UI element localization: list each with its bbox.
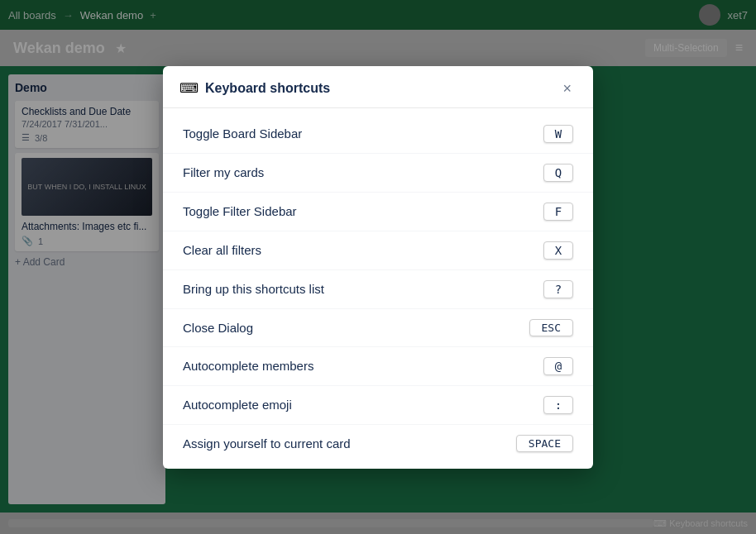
shortcut-row: Toggle Board SidebarW xyxy=(163,115,593,154)
shortcut-row: Autocomplete members@ xyxy=(163,347,593,386)
shortcut-row: Filter my cardsQ xyxy=(163,154,593,193)
shortcut-key: F xyxy=(543,203,573,221)
shortcut-row: Toggle Filter SidebarF xyxy=(163,193,593,231)
shortcut-key: X xyxy=(543,241,573,260)
shortcut-row: Assign yourself to current cardSPACE xyxy=(163,425,593,462)
shortcut-key: SPACE xyxy=(516,435,573,452)
shortcut-key: ESC xyxy=(529,319,573,336)
shortcut-label: Autocomplete emoji xyxy=(183,398,292,412)
shortcut-key: Q xyxy=(543,164,573,182)
shortcut-label: Bring up this shortcuts list xyxy=(183,282,324,296)
modal-overlay[interactable]: ⌨ Keyboard shortcuts × Toggle Board Side… xyxy=(0,0,756,534)
shortcut-key: W xyxy=(543,125,573,143)
shortcut-row: Autocomplete emoji: xyxy=(163,386,593,425)
modal-close-button[interactable]: × xyxy=(557,79,577,98)
shortcut-key: : xyxy=(543,396,573,414)
shortcut-label: Assign yourself to current card xyxy=(183,436,351,451)
modal-header: ⌨ Keyboard shortcuts × xyxy=(163,66,593,108)
shortcut-key: @ xyxy=(543,357,573,375)
shortcut-key: ? xyxy=(543,280,573,298)
shortcut-label: Autocomplete members xyxy=(183,359,313,373)
shortcut-row: Clear all filtersX xyxy=(163,231,593,270)
shortcut-label: Toggle Filter Sidebar xyxy=(183,204,297,218)
keyboard-shortcuts-modal: ⌨ Keyboard shortcuts × Toggle Board Side… xyxy=(163,66,593,469)
keyboard-icon: ⌨ xyxy=(179,80,199,96)
shortcut-label: Clear all filters xyxy=(183,243,261,257)
modal-title: Keyboard shortcuts xyxy=(205,81,330,96)
shortcut-label: Close Dialog xyxy=(183,321,253,335)
shortcut-row: Close DialogESC xyxy=(163,309,593,347)
shortcut-label: Filter my cards xyxy=(183,165,264,179)
shortcut-label: Toggle Board Sidebar xyxy=(183,126,302,141)
modal-title-row: ⌨ Keyboard shortcuts xyxy=(179,80,330,96)
shortcut-row: Bring up this shortcuts list? xyxy=(163,270,593,309)
modal-body: Toggle Board SidebarWFilter my cardsQTog… xyxy=(163,108,593,469)
